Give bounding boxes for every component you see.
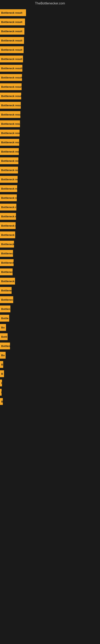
bar-9: Bottleneck result (0, 92, 21, 100)
bar-row: Bottleneck result (0, 55, 100, 63)
bar-label-39: B (1, 372, 3, 375)
bar-18: Bottleneck result (0, 176, 18, 183)
bar-label-1: Bottleneck result (1, 20, 22, 24)
bar-row: Bottle (0, 314, 100, 322)
bar-row: Bottleneck result (0, 74, 100, 81)
bar-row: Bo (0, 352, 100, 359)
bar-12: Bottleneck result (0, 120, 20, 127)
bar-label-3: Bottleneck result (1, 39, 22, 42)
bar-label-20: Bottleneck result (1, 196, 17, 200)
bar-8: Bottleneck result (0, 83, 22, 90)
bar-row: Bottleneck res (0, 296, 100, 304)
bar-22: Bottleneck result (0, 213, 16, 220)
bar-label-15: Bottleneck result (1, 150, 19, 153)
bar-label-36: Bottlene (1, 344, 10, 348)
bar-20: Bottleneck result (0, 194, 17, 201)
bar-32: Bottlen (0, 306, 10, 312)
bar-31: Bottleneck res (0, 296, 13, 303)
bar-17: Bottleneck result (0, 167, 18, 174)
bar-row: Bottleneck result (0, 102, 100, 109)
bar-row: Bottl (0, 333, 100, 340)
bar-row: Bottleneck result (0, 231, 100, 239)
bar-row: Bottleneck result (0, 277, 100, 285)
bar-label-18: Bottleneck result (1, 178, 18, 181)
bar-5: Bottleneck result (0, 56, 23, 62)
bar-label-42: B (1, 400, 3, 403)
bar-row: Bottleneck result (0, 203, 100, 211)
bar-label-11: Bottleneck result (1, 113, 20, 116)
bar-26: Bottleneck r (0, 250, 13, 257)
bar-row: Bottleneck result (0, 166, 100, 174)
bar-7: Bottleneck result (0, 74, 22, 81)
bar-40: I (0, 380, 2, 386)
bar-row: Bottleneck result (0, 222, 100, 230)
bar-37: Bo (0, 352, 6, 359)
bar-label-40: I (1, 382, 2, 384)
bar-row: Bottleneck (0, 286, 100, 294)
bar-label-12: Bottleneck result (1, 122, 20, 126)
bar-row: Bottlen (0, 305, 100, 313)
bar-label-16: Bottleneck result (1, 160, 18, 162)
bar-row: Bottleneck result (0, 83, 100, 90)
bar-36: Bottlene (0, 342, 10, 349)
bar-label-5: Bottleneck result (1, 58, 22, 60)
bar-label-37: Bo (1, 354, 4, 357)
bar-33: Bottle (0, 315, 9, 322)
bar-label-30: Bottleneck (1, 289, 12, 292)
bar-41: I (0, 389, 1, 396)
bar-row: Bottleneck result (0, 18, 100, 26)
bar-label-0: Bottleneck result (1, 11, 22, 14)
bar-label-33: Bottle (1, 317, 9, 320)
bar-label-17: Bottleneck result (1, 169, 18, 172)
bar-34: Bo (0, 324, 6, 331)
bar-3: Bottleneck result (0, 37, 24, 44)
bar-6: Bottleneck result (0, 65, 22, 72)
bar-39: B (0, 370, 4, 377)
bar-row: Bottleneck res (0, 259, 100, 266)
bar-row: Bottleneck result (0, 129, 100, 137)
bar-label-21: Bottleneck result (1, 206, 16, 209)
bar-row: I (0, 379, 100, 387)
bar-35: Bottl (0, 333, 8, 340)
bar-row: Bottleneck result (0, 212, 100, 220)
bar-row: Bottleneck result (0, 46, 100, 54)
bar-label-8: Bottleneck result (1, 85, 22, 88)
bar-label-25: Bottleneck res (1, 243, 14, 246)
bar-row: Bottleneck result (0, 120, 100, 128)
bar-row: Bottleneck result (0, 194, 100, 202)
bar-1: Bottleneck result (0, 18, 25, 25)
bar-30: Bottleneck (0, 287, 12, 294)
bar-label-24: Bottleneck result (1, 234, 15, 236)
bar-label-22: Bottleneck result (1, 215, 16, 218)
bar-row: Bottleneck res (0, 240, 100, 248)
bar-label-26: Bottleneck r (1, 252, 13, 255)
bar-row: Bottleneck result (0, 176, 100, 183)
bar-label-29: Bottleneck result (1, 280, 15, 283)
bar-15: Bottleneck result (0, 148, 19, 155)
bar-25: Bottleneck res (0, 241, 14, 248)
bars-container: Bottleneck resultBottleneck resultBottle… (0, 7, 100, 409)
bar-23: Bottleneck result (0, 222, 16, 229)
bar-label-31: Bottleneck res (1, 298, 13, 301)
bar-label-9: Bottleneck result (1, 94, 21, 98)
site-title: TheBottlenecker.com (0, 0, 100, 7)
bar-38: B (0, 361, 3, 368)
bar-13: Bottleneck result (0, 130, 20, 136)
bar-label-41: I (1, 391, 1, 394)
bar-27: Bottleneck res (0, 259, 14, 266)
bar-row: Bottleneck r (0, 250, 100, 257)
bar-row: Bottlene (0, 342, 100, 350)
bar-4: Bottleneck result (0, 46, 24, 53)
bar-row: Bottleneck re (0, 268, 100, 276)
bar-label-28: Bottleneck re (1, 270, 13, 274)
bar-row: Bottleneck result (0, 92, 100, 100)
bar-row: B (0, 398, 100, 405)
bar-label-4: Bottleneck result (1, 48, 22, 51)
bar-label-35: Bottl (1, 335, 7, 338)
bar-label-2: Bottleneck result (1, 30, 22, 33)
bar-label-14: Bottleneck result (1, 141, 19, 144)
bar-label-38: B (1, 363, 3, 366)
bar-11: Bottleneck result (0, 111, 20, 118)
bar-label-13: Bottleneck result (1, 132, 20, 135)
bar-label-32: Bottlen (1, 308, 10, 310)
